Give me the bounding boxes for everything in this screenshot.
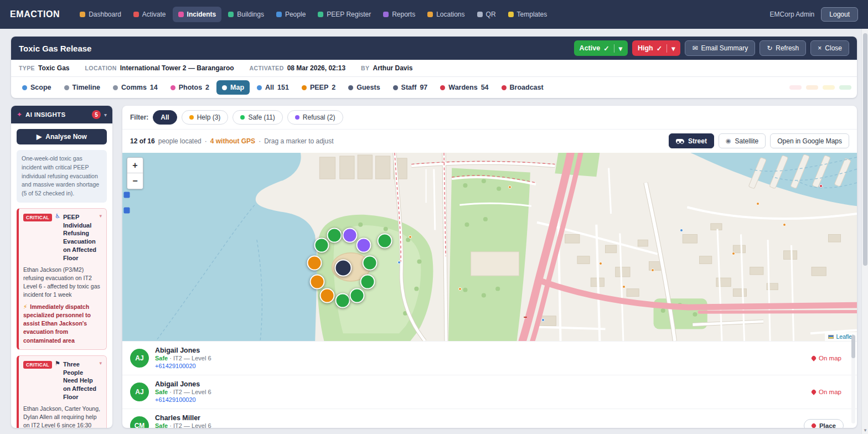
filter-pill[interactable]: All bbox=[153, 110, 177, 125]
map-person-marker[interactable] bbox=[356, 238, 371, 253]
insight-card[interactable]: CRITICAL ♿ PEEP Individual Refusing Evac… bbox=[17, 208, 107, 350]
filter-pill[interactable]: Help (3) bbox=[182, 110, 229, 125]
nav-item-label: Buildings bbox=[237, 11, 264, 18]
nav-item[interactable]: Reports bbox=[378, 7, 421, 22]
chevron-down-icon[interactable]: ▾ bbox=[104, 112, 107, 118]
person-phone-link[interactable]: +61429100020 bbox=[155, 363, 196, 369]
satellite-view-button[interactable]: ◉ Satellite bbox=[719, 133, 766, 148]
status-count-badge[interactable] bbox=[789, 85, 802, 90]
status-label: Active bbox=[580, 44, 601, 52]
on-map-indicator[interactable]: On map bbox=[812, 389, 841, 395]
insight-action: ⚡ Immediately dispatch specialized perso… bbox=[23, 303, 102, 345]
tab-icon bbox=[440, 85, 445, 90]
tab[interactable]: Scope bbox=[17, 80, 57, 95]
filter-pill[interactable]: Safe (11) bbox=[232, 110, 282, 125]
open-google-maps-label: Open in Google Maps bbox=[777, 137, 842, 145]
map-person-marker[interactable] bbox=[378, 234, 392, 249]
bolt-icon: ⚡ bbox=[23, 303, 27, 310]
zoom-out-button[interactable]: − bbox=[127, 173, 143, 189]
located-count: 12 of 16 bbox=[130, 137, 155, 145]
tab[interactable]: All 151 bbox=[251, 80, 294, 95]
nav-item[interactable]: Dashboard bbox=[74, 7, 127, 22]
status-dropdown[interactable]: Active ✓ ▾ bbox=[574, 40, 628, 56]
map-person-marker[interactable] bbox=[360, 275, 375, 290]
tab[interactable]: Guests bbox=[343, 80, 385, 95]
close-button[interactable]: × Close bbox=[810, 40, 849, 56]
ai-insights-header[interactable]: ✦ AI INSIGHTS 5 ▾ bbox=[11, 106, 112, 123]
insight-body: Ethan Jackson, Carter Young, Dylan Allen… bbox=[23, 405, 102, 428]
filter-pills: All Help (3) Safe (11) Refusal (2) bbox=[153, 110, 343, 125]
list-scrollbar-thumb[interactable] bbox=[851, 335, 855, 358]
tab-count: 14 bbox=[150, 84, 158, 91]
tab[interactable]: Staff 97 bbox=[388, 80, 433, 95]
tab[interactable]: Photos 2 bbox=[165, 80, 215, 95]
refresh-button[interactable]: ↻ Refresh bbox=[760, 40, 806, 56]
nav-item[interactable]: Locations bbox=[422, 7, 470, 22]
scroll-down-button[interactable]: ▾ bbox=[862, 427, 868, 433]
map-person-marker[interactable] bbox=[307, 256, 322, 271]
map-person-marker[interactable] bbox=[327, 228, 342, 243]
tab-label: Comms bbox=[121, 84, 147, 91]
tab-icon bbox=[113, 85, 118, 90]
check-icon: ✓ bbox=[657, 44, 662, 53]
filter-pill[interactable]: Refusal (2) bbox=[287, 110, 343, 125]
collapse-caret-icon[interactable]: ▾ bbox=[99, 360, 102, 366]
insight-title: PEEP Individual Refusing Evacuation on A… bbox=[63, 213, 97, 262]
nav-item[interactable]: Incidents bbox=[173, 7, 222, 22]
meta-location: LOCATION International Tower 2 — Baranga… bbox=[85, 64, 234, 72]
page-scrollbar[interactable]: ▾ bbox=[861, 29, 868, 434]
logout-button[interactable]: Logout bbox=[821, 7, 858, 22]
incident-actions: Active ✓ ▾ High ✓ ▾ ✉ Email Summary ↻ Re… bbox=[574, 40, 849, 56]
person-row[interactable]: AJ Abigail Jones Safe · IT2 — Level 6 +6… bbox=[122, 375, 857, 409]
map-person-marker[interactable] bbox=[335, 293, 350, 308]
analyse-now-label: Analyse Now bbox=[45, 133, 87, 141]
tab[interactable]: Timeline bbox=[59, 80, 106, 95]
tab[interactable]: PEEP 2 bbox=[296, 80, 341, 95]
list-scrollbar[interactable] bbox=[851, 335, 855, 423]
tab-label: Staff bbox=[401, 84, 417, 91]
map-person-marker[interactable] bbox=[314, 238, 329, 253]
analyse-now-button[interactable]: ▶ Analyse Now bbox=[17, 129, 107, 144]
map-canvas[interactable]: + − Leaflet bbox=[122, 153, 857, 341]
tab[interactable]: Comms 14 bbox=[107, 80, 163, 95]
tab[interactable]: Broadcast bbox=[496, 80, 549, 95]
email-summary-button[interactable]: ✉ Email Summary bbox=[685, 40, 755, 56]
map-person-marker[interactable] bbox=[350, 288, 365, 303]
nav-item[interactable]: Templates bbox=[503, 7, 553, 22]
map-person-marker[interactable] bbox=[335, 260, 352, 277]
separator: · bbox=[259, 137, 261, 145]
open-google-maps-button[interactable]: Open in Google Maps bbox=[770, 133, 849, 148]
nav-item[interactable]: QR bbox=[472, 7, 502, 22]
zoom-in-button[interactable]: + bbox=[127, 158, 143, 173]
status-count-badge[interactable] bbox=[823, 85, 835, 90]
person-phone-link[interactable]: +61429100020 bbox=[155, 396, 196, 403]
page-scrollbar-thumb[interactable] bbox=[863, 33, 867, 266]
place-button[interactable]: Place bbox=[804, 419, 844, 428]
nav-item[interactable]: Activate bbox=[128, 7, 172, 22]
map-person-marker[interactable] bbox=[320, 288, 335, 303]
street-view-button[interactable]: Street bbox=[669, 133, 714, 148]
tab[interactable]: Wardens 54 bbox=[435, 80, 494, 95]
person-row[interactable]: CM Charles Miller Safe · IT2 — Level 6 +… bbox=[122, 409, 857, 428]
pin-icon bbox=[810, 422, 817, 428]
nav-item[interactable]: PEEP Register bbox=[312, 7, 376, 22]
person-row[interactable]: AJ Abigail Jones Safe · IT2 — Level 6 +6… bbox=[122, 341, 857, 375]
map-person-marker[interactable] bbox=[363, 256, 378, 271]
status-count-badge[interactable] bbox=[839, 85, 851, 90]
status-text: Safe bbox=[155, 389, 168, 395]
tab[interactable]: Map bbox=[216, 80, 250, 95]
avatar: AJ bbox=[130, 383, 149, 401]
incident-card: Toxic Gas Release Active ✓ ▾ High ✓ ▾ ✉ … bbox=[11, 37, 857, 98]
map-person-marker[interactable] bbox=[310, 275, 325, 290]
insight-card[interactable]: CRITICAL ⚑ Three People Need Help on Aff… bbox=[17, 355, 107, 428]
on-map-indicator[interactable]: On map bbox=[812, 355, 841, 361]
nav-item[interactable]: Buildings bbox=[223, 7, 270, 22]
nav-item-label: Incidents bbox=[187, 11, 216, 18]
status-count-badge[interactable] bbox=[806, 85, 818, 90]
refresh-label: Refresh bbox=[776, 44, 799, 52]
collapse-caret-icon[interactable]: ▾ bbox=[99, 213, 102, 219]
severity-dropdown[interactable]: High ✓ ▾ bbox=[632, 40, 681, 56]
map-person-marker[interactable] bbox=[343, 228, 358, 243]
nav-item[interactable]: People bbox=[271, 7, 311, 22]
map-base-layer bbox=[122, 153, 857, 341]
